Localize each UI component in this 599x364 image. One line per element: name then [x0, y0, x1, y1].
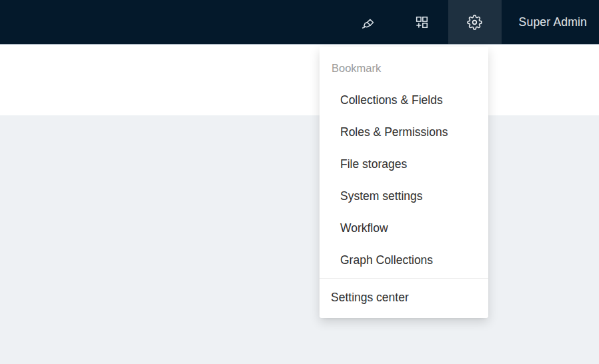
top-navigation-bar: Super Admin: [0, 0, 599, 44]
settings-gear-icon: [467, 15, 482, 30]
add-plugin-button[interactable]: [395, 0, 448, 44]
highlighter-icon: [360, 15, 376, 30]
menu-item-system-settings[interactable]: System settings: [320, 180, 488, 212]
menu-item-collections-fields[interactable]: Collections & Fields: [320, 84, 488, 116]
page-content-area: [0, 115, 599, 364]
page-header-area: [0, 44, 599, 115]
blocks-add-icon: [414, 15, 429, 29]
menu-item-roles-permissions[interactable]: Roles & Permissions: [320, 116, 488, 148]
bookmark-group-label: Bookmark: [320, 61, 488, 84]
ui-editor-button[interactable]: [342, 0, 395, 44]
menu-item-graph-collections[interactable]: Graph Collections: [320, 244, 488, 276]
settings-dropdown-menu: Bookmark Collections & Fields Roles & Pe…: [320, 47, 488, 318]
menu-item-settings-center[interactable]: Settings center: [320, 279, 488, 318]
current-user-menu[interactable]: Super Admin: [502, 0, 599, 44]
menu-item-file-storages[interactable]: File storages: [320, 148, 488, 180]
menu-item-workflow[interactable]: Workflow: [320, 212, 488, 244]
settings-button[interactable]: [448, 0, 502, 44]
